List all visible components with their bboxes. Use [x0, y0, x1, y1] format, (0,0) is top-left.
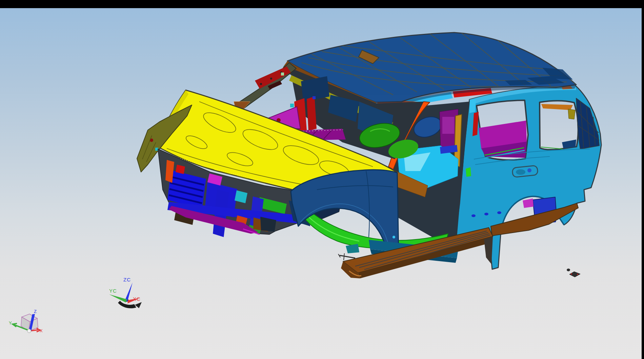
arch-magenta-bit — [523, 198, 534, 208]
wcs-triad[interactable]: ZC YC XC — [109, 277, 142, 308]
datum-csys[interactable]: Z Y X — [9, 309, 43, 333]
wcs-y-label: YC — [109, 288, 117, 294]
cad-application-window: ZC YC XC Z Y X — [0, 0, 644, 359]
floating-red-dot-2 — [577, 274, 578, 275]
wcs-z-label: ZC — [123, 277, 131, 282]
wcs-x-label: XC — [133, 296, 141, 302]
datum-x-label: X — [40, 328, 43, 333]
pillar-green-tab-1 — [281, 72, 284, 76]
b-pillar-top-cyan — [469, 99, 476, 113]
door-inner-purple-light — [442, 117, 454, 134]
floating-part[interactable] — [567, 269, 580, 277]
wcs-y-axis[interactable] — [109, 294, 127, 302]
blue-dot — [313, 96, 316, 99]
datum-z-label: Z — [34, 309, 37, 314]
board-end-cap — [484, 236, 493, 264]
right-edge-bar — [642, 0, 644, 359]
quarter-tag-olive[interactable] — [568, 109, 575, 119]
top-bar — [0, 0, 644, 8]
green-tab — [466, 167, 471, 177]
teal-dot — [290, 104, 294, 107]
wcs-anchor[interactable] — [118, 301, 136, 308]
fender-cyan-dot — [393, 236, 395, 238]
rocker-and-running-board[interactable] — [338, 228, 493, 278]
floating-dot — [567, 269, 570, 271]
wcs-z-axis[interactable] — [125, 282, 133, 301]
floating-red-dot-1 — [571, 273, 572, 275]
datum-y-label: Y — [9, 320, 12, 325]
car-body-model[interactable] — [137, 33, 601, 278]
board-teal-bracket — [346, 244, 359, 253]
datum-origin-ball[interactable] — [27, 329, 31, 333]
model-canvas[interactable]: ZC YC XC Z Y X — [0, 0, 644, 359]
